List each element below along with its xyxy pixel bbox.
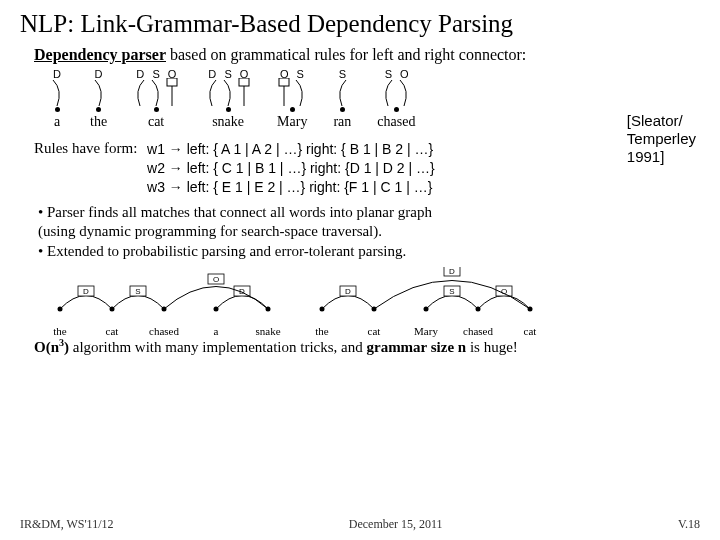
bullet-line: (using dynamic programming for search-sp…	[38, 222, 700, 242]
svg-point-16	[162, 307, 167, 312]
parse-word: chased	[458, 325, 498, 337]
parse-word: cat	[92, 325, 132, 337]
rules-lines: w1 → left: { A 1 | A 2 | …} right: { B 1…	[147, 140, 435, 197]
word-diagram: Dthe	[90, 70, 107, 130]
rules-lead: Rules have form:	[34, 140, 137, 157]
parse-word: chased	[144, 325, 184, 337]
connector-D: D	[133, 68, 147, 108]
parse-word: cat	[354, 325, 394, 337]
subtitle: Dependency parser based on grammatical r…	[34, 46, 700, 64]
parse-diagram-1: DSDOthecatchasedasnake	[40, 267, 288, 327]
svg-point-31	[528, 307, 533, 312]
parse-diagram-2: DSODthecatMarychasedcat	[302, 267, 550, 327]
footer-center: December 15, 2011	[349, 517, 443, 532]
rules-block: Rules have form: w1 → left: { A 1 | A 2 …	[34, 140, 700, 197]
svg-text:S: S	[449, 287, 454, 296]
connector-S: S	[335, 68, 349, 108]
complexity-mid: algorithm with many implementation trick…	[69, 339, 366, 355]
word-diagram: SOchased	[377, 70, 415, 130]
slide-footer: IR&DM, WS'11/12 December 15, 2011 V.18	[0, 517, 720, 532]
parse-word: cat	[510, 325, 550, 337]
word-label: chased	[377, 114, 415, 130]
svg-point-28	[372, 307, 377, 312]
citation: [Sleator/ Temperley 1991]	[627, 112, 696, 166]
parse-word: snake	[248, 325, 288, 337]
slide-title: NLP: Link-Grammar-Based Dependency Parsi…	[20, 10, 700, 38]
complexity-line: O(n3) algorithm with many implementation…	[34, 337, 700, 356]
word-label: a	[54, 114, 60, 130]
svg-rect-4	[279, 78, 289, 86]
svg-rect-0	[167, 78, 177, 86]
connector-diagram-row: DaDtheDSOcatDSOsnakeOSMarySranSOchased	[50, 70, 700, 130]
connector-S: S	[149, 68, 163, 108]
svg-point-18	[266, 307, 271, 312]
svg-point-17	[214, 307, 219, 312]
word-label: cat	[148, 114, 164, 130]
parse-word: the	[40, 325, 80, 337]
subtitle-rest: based on grammatical rules for left and …	[166, 46, 526, 63]
rule-line: w1 → left: { A 1 | A 2 | …} right: { B 1…	[147, 140, 435, 159]
word-label: snake	[212, 114, 244, 130]
word-diagram: Da	[50, 70, 64, 130]
complexity-end: is huge!	[466, 339, 518, 355]
svg-rect-2	[239, 78, 249, 86]
bullet-list: • Parser finds all matches that connect …	[38, 203, 700, 262]
connector-S: S	[293, 68, 307, 108]
parse-word: Mary	[406, 325, 446, 337]
connector-O: O	[397, 68, 411, 108]
bullet-line: • Extended to probabilistic parsing and …	[38, 242, 700, 262]
word-diagram: DSOsnake	[205, 70, 251, 130]
word-label: Mary	[277, 114, 307, 130]
connector-S: S	[221, 68, 235, 108]
connector-O: O	[277, 68, 291, 108]
connector-D: D	[205, 68, 219, 108]
svg-point-27	[320, 307, 325, 312]
word-label: the	[90, 114, 107, 130]
parse-diagram-row: DSDOthecatchasedasnake DSODthecatMarycha…	[40, 267, 700, 327]
svg-point-30	[476, 307, 481, 312]
word-diagram: DSOcat	[133, 70, 179, 130]
footer-right: V.18	[678, 517, 700, 532]
svg-point-29	[424, 307, 429, 312]
svg-text:S: S	[135, 287, 140, 296]
connector-D: D	[92, 68, 106, 108]
svg-text:D: D	[345, 287, 351, 296]
rule-line: w3 → left: { E 1 | E 2 | …} right: {F 1 …	[147, 178, 435, 197]
connector-S: S	[381, 68, 395, 108]
svg-point-15	[110, 307, 115, 312]
subtitle-bold: Dependency parser	[34, 46, 166, 63]
word-label: ran	[333, 114, 351, 130]
svg-text:O: O	[213, 275, 219, 284]
complexity-grammar: grammar size n	[366, 339, 466, 355]
svg-text:D: D	[449, 267, 455, 276]
svg-text:D: D	[83, 287, 89, 296]
connector-D: D	[50, 68, 64, 108]
word-diagram: Sran	[333, 70, 351, 130]
parse-word: a	[196, 325, 236, 337]
bullet-line: • Parser finds all matches that connect …	[38, 203, 700, 223]
connector-O: O	[237, 68, 251, 108]
word-diagram: OSMary	[277, 70, 307, 130]
footer-left: IR&DM, WS'11/12	[20, 517, 114, 532]
complexity-o: O(n	[34, 339, 59, 355]
connector-O: O	[165, 68, 179, 108]
svg-point-14	[58, 307, 63, 312]
parse-word: the	[302, 325, 342, 337]
rule-line: w2 → left: { C 1 | B 1 | …} right: {D 1 …	[147, 159, 435, 178]
